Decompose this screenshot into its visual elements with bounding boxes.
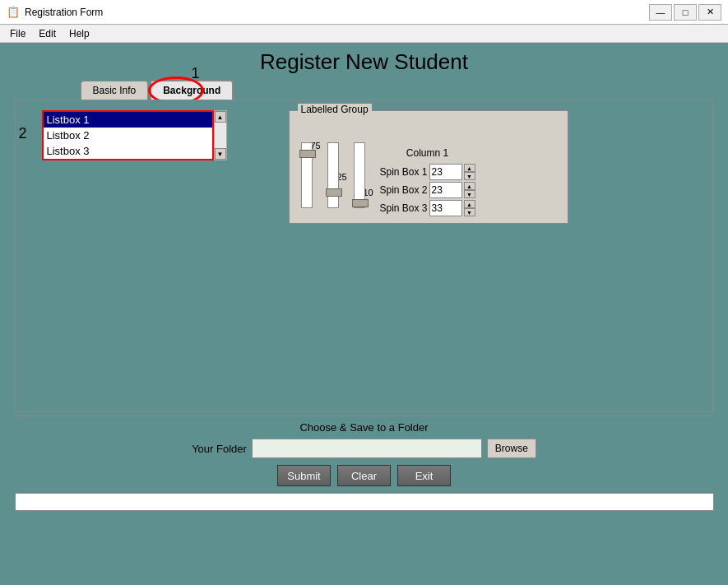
sliders-area: 75 25 [296,126,370,216]
tab-background[interactable]: Background [150,80,234,100]
listbox-container: Listbox 1 Listbox 2 Listbox 3 [42,110,214,160]
minimize-button[interactable]: — [649,4,672,21]
exit-button[interactable]: Exit [397,465,451,486]
spinbox2-row: Spin Box 2 ▲ ▼ [380,182,475,198]
menu-edit[interactable]: Edit [32,26,63,41]
tab-content: 2 Listbox 1 Listbox 2 Listbox 3 ▲ ▼ [15,100,714,412]
listbox-wrapper: Listbox 1 Listbox 2 Listbox 3 ▲ ▼ [42,110,227,160]
folder-label: Your Folder [192,443,247,455]
listbox[interactable]: Listbox 1 Listbox 2 Listbox 3 [44,112,212,159]
spinbox3-row: Spin Box 3 ▲ ▼ [380,200,475,216]
spinbox3-up[interactable]: ▲ [464,200,475,208]
slider3-track[interactable] [354,142,365,208]
spinbox1-arrows: ▲ ▼ [464,164,475,180]
browse-button[interactable]: Browse [487,439,536,458]
maximize-button[interactable]: □ [674,4,697,21]
scroll-down-arrow[interactable]: ▼ [215,148,226,160]
slider2-thumb[interactable] [326,188,342,197]
buttons-row: Submit Clear Exit [15,465,714,486]
folder-row: Your Folder Browse [15,439,714,458]
labelled-group: Labelled Group 75 25 [289,110,568,224]
slider2-track[interactable] [327,142,339,208]
menu-bar: File Edit Help [0,25,728,43]
step2-annotation: 2 [19,125,27,142]
bottom-section: Choose & Save to a Folder Your Folder Br… [15,416,714,511]
spinbox3-arrows: ▲ ▼ [464,200,475,216]
menu-help[interactable]: Help [63,26,96,41]
spinbox3-label: Spin Box 3 [380,202,428,214]
spinbox2-arrows: ▲ ▼ [464,182,475,198]
right-panel: Labelled Group 75 25 [289,110,703,402]
spinbox1-input[interactable] [429,164,462,180]
spinbox3-down[interactable]: ▼ [464,208,475,216]
tab-basic-info[interactable]: Basic Info [81,81,149,100]
divider [15,416,714,416]
clear-button[interactable]: Clear [337,465,391,486]
title-controls: — □ ✕ [649,4,721,21]
window-title: Registration Form [25,7,103,18]
tab-bar: 1 Basic Info Background [15,80,714,100]
page-title: Register New Student [260,49,468,75]
scroll-up-arrow[interactable]: ▲ [215,111,226,123]
slider1-track[interactable] [301,142,313,208]
spinbox1-down[interactable]: ▼ [464,172,475,180]
spinbox2-input[interactable] [429,182,462,198]
listbox-item-2[interactable]: Listbox 2 [44,128,212,143]
submit-button[interactable]: Submit [277,465,331,486]
spinbox1-row: Spin Box 1 ▲ ▼ [380,164,475,180]
slider2-wrapper: 25 [322,142,344,216]
left-panel: Listbox 1 Listbox 2 Listbox 3 ▲ ▼ [42,110,239,402]
title-bar-left: 📋 Registration Form [7,6,103,19]
app-icon: 📋 [7,6,20,19]
col1-area: Column 1 Spin Box 1 ▲ ▼ Spin B [375,147,475,216]
spinbox3-input[interactable] [429,200,462,216]
scroll-track [215,123,226,148]
close-button[interactable]: ✕ [698,4,721,21]
listbox-scrollbar[interactable]: ▲ ▼ [214,110,227,160]
spinbox1-label: Spin Box 1 [380,166,428,178]
folder-input[interactable] [252,439,482,458]
choose-title: Choose & Save to a Folder [15,421,714,434]
listbox-item-1[interactable]: Listbox 1 [44,112,212,128]
main-content: Register New Student 1 Basic Info Backgr… [0,43,728,585]
slider1-wrapper: 75 [296,142,318,216]
spinbox2-down[interactable]: ▼ [464,190,475,198]
col1-title: Column 1 [380,147,475,159]
spinbox2-label: Spin Box 2 [380,184,428,196]
menu-file[interactable]: File [3,26,32,41]
status-bar [15,493,714,511]
slider3-thumb[interactable] [352,199,369,207]
title-bar: 📋 Registration Form — □ ✕ [0,0,728,25]
group-inner: 75 25 [296,119,561,216]
listbox-item-3[interactable]: Listbox 3 [44,143,212,159]
spinbox2-up[interactable]: ▲ [464,182,475,190]
spinbox1-up[interactable]: ▲ [464,164,475,172]
slider1-thumb[interactable] [299,150,316,158]
labelled-group-title: Labelled Group [298,104,372,115]
slider3-wrapper: 10 [349,142,370,216]
